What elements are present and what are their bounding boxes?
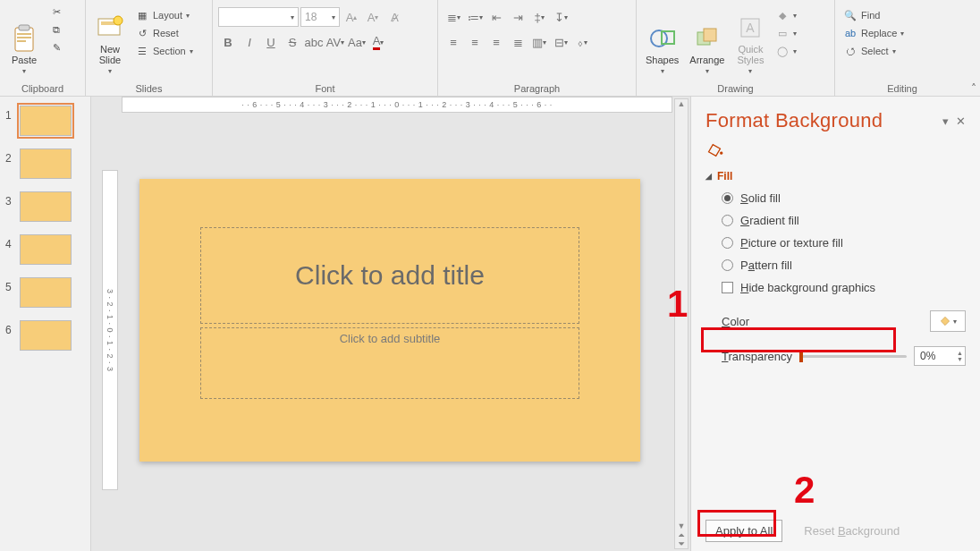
reset-button[interactable]: ↺Reset [132,25,196,41]
title-placeholder[interactable]: Click to add title [200,227,579,324]
cut-button[interactable]: ✂ [46,4,66,20]
clear-formatting-button[interactable]: A̷ [384,7,404,27]
bold-button[interactable]: B [218,32,238,52]
align-left-button[interactable]: ≡ [444,32,463,52]
group-label-font: Font [216,83,434,96]
spin-up-icon[interactable]: ▲ [957,350,963,356]
shape-effects-button[interactable]: ◯▾ [773,43,799,59]
thumbnail-row: 1 [5,106,85,136]
prev-slide-icon[interactable]: ⏶ [678,530,686,539]
slide[interactable]: Click to add title Click to add subtitle [139,179,640,462]
align-text-button[interactable]: ⊟▾ [551,32,570,52]
apply-to-all-button[interactable]: Apply to All [705,520,782,542]
shape-outline-button[interactable]: ▭▾ [773,25,799,41]
svg-point-14 [720,151,723,155]
find-button[interactable]: 🔍Find [841,7,907,23]
vertical-scrollbar[interactable]: ▲ ▼ ⏶ ⏷ [674,98,689,549]
slide-thumbnails: 123456 [0,97,91,551]
format-painter-button[interactable]: ✎ [46,39,66,55]
group-label-drawing: Drawing [640,83,831,96]
group-font: ▾ 18▾ A▴ A▾ A̷ B I U S abc AV▾ Aa▾ A▾ Fo… [213,0,438,96]
copy-button[interactable]: ⧉ [46,21,66,38]
solid-fill-radio[interactable]: Solid fill [722,191,966,205]
pane-menu-button[interactable]: ▾ [942,114,949,128]
shrink-font-button[interactable]: A▾ [363,7,383,27]
line-spacing-button[interactable]: ‡▾ [529,7,549,27]
horizontal-ruler: · · 6 · · · 5 · · · 4 · · · 3 · · · 2 · … [122,97,672,113]
align-center-button[interactable]: ≡ [465,32,485,52]
transparency-spinner[interactable]: 0% ▲▼ [914,346,966,366]
collapse-icon: ◢ [705,172,712,181]
hide-bg-graphics-check[interactable]: Hide background graphics [722,281,966,294]
thumbnail-row: 2 [5,148,85,179]
slide-thumbnail[interactable] [20,148,72,179]
numbering-button[interactable]: ≔▾ [465,7,485,27]
reset-background-button[interactable]: Reset Background [795,520,908,542]
pattern-fill-radio[interactable]: Pattern fill [722,259,966,272]
svg-rect-4 [17,40,26,42]
replace-button[interactable]: abReplace▾ [841,25,907,41]
group-drawing: Shapes▾ Arrange▾ A Quick Styles▾ ◆▾ ▭▾ ◯… [637,0,835,96]
char-spacing-button[interactable]: AV▾ [325,32,345,52]
slide-thumbnail[interactable] [20,234,72,265]
transparency-slider[interactable] [799,355,907,358]
reset-icon: ↺ [135,26,149,40]
font-name-combo[interactable]: ▾ [218,7,299,27]
format-background-pane: Format Background ▾ ✕ ◢ Fill Solid fill … [690,97,980,551]
svg-rect-9 [662,31,674,44]
title-placeholder-text: Click to add title [295,260,485,291]
text-direction-button[interactable]: ↧▾ [551,7,570,27]
slide-thumbnail[interactable] [20,277,72,308]
new-slide-icon [96,13,124,42]
next-slide-icon[interactable]: ⏷ [678,539,686,548]
spin-down-icon[interactable]: ▼ [957,356,963,362]
group-label-slides: Slides [89,83,208,96]
increase-indent-button[interactable]: ⇥ [508,7,528,27]
bullets-button[interactable]: ≣▾ [444,7,463,27]
paste-button[interactable]: Paste ▾ [5,4,43,77]
slide-thumbnail[interactable] [20,191,72,222]
slide-thumbnail[interactable] [20,320,72,351]
font-size-combo[interactable]: 18▾ [300,7,340,27]
italic-button[interactable]: I [240,32,259,52]
strikethrough-button[interactable]: S [283,32,302,52]
pane-close-button[interactable]: ✕ [956,114,966,128]
select-button[interactable]: ⭯Select▾ [841,43,907,59]
smartart-button[interactable]: ⬨▾ [572,32,592,52]
columns-button[interactable]: ▥▾ [529,32,549,52]
picture-fill-radio[interactable]: Picture or texture fill [722,236,966,250]
align-right-button[interactable]: ≡ [486,32,506,52]
scroll-up-icon[interactable]: ▲ [678,99,686,108]
new-slide-button[interactable]: New Slide ▾ [91,4,129,77]
slide-thumbnail[interactable] [20,106,72,136]
thumbnail-number: 1 [5,106,14,122]
thumbnail-row: 6 [5,320,85,351]
group-paragraph: ≣▾ ≔▾ ⇤ ⇥ ‡▾ ↧▾ ≡ ≡ ≡ ≣ ▥▾ ⊟▾ ⬨▾ Paragra… [438,0,637,96]
justify-button[interactable]: ≣ [508,32,528,52]
fill-section-header[interactable]: ◢ Fill [705,170,966,182]
cursor-icon: ⭯ [843,44,858,58]
gradient-fill-radio[interactable]: Gradient fill [722,214,966,227]
checkbox-icon [722,282,733,293]
section-button[interactable]: ☰Section▾ [132,43,196,59]
underline-button[interactable]: U [261,32,281,52]
font-color-button[interactable]: A▾ [368,32,388,52]
shapes-button[interactable]: Shapes▾ [642,4,682,77]
change-case-button[interactable]: Aa▾ [347,32,367,52]
scroll-down-icon[interactable]: ▼ [678,521,686,530]
svg-rect-1 [19,25,30,30]
shape-fill-button[interactable]: ◆▾ [773,7,799,23]
shapes-icon [648,24,677,53]
subtitle-placeholder[interactable]: Click to add subtitle [200,327,579,399]
arrange-button[interactable]: Arrange▾ [686,4,728,77]
grow-font-button[interactable]: A▴ [342,7,361,27]
shadow-button[interactable]: abc [304,32,324,52]
quick-styles-button[interactable]: A Quick Styles▾ [731,4,769,77]
layout-button[interactable]: ▦Layout▾ [132,7,196,23]
decrease-indent-button[interactable]: ⇤ [486,7,506,27]
fill-color-picker[interactable]: ▾ [930,310,966,332]
collapse-ribbon-button[interactable]: ˄ [971,82,976,95]
outline-icon: ▭ [775,26,790,40]
paste-label: Paste [12,55,37,65]
copy-icon: ⧉ [49,22,63,37]
